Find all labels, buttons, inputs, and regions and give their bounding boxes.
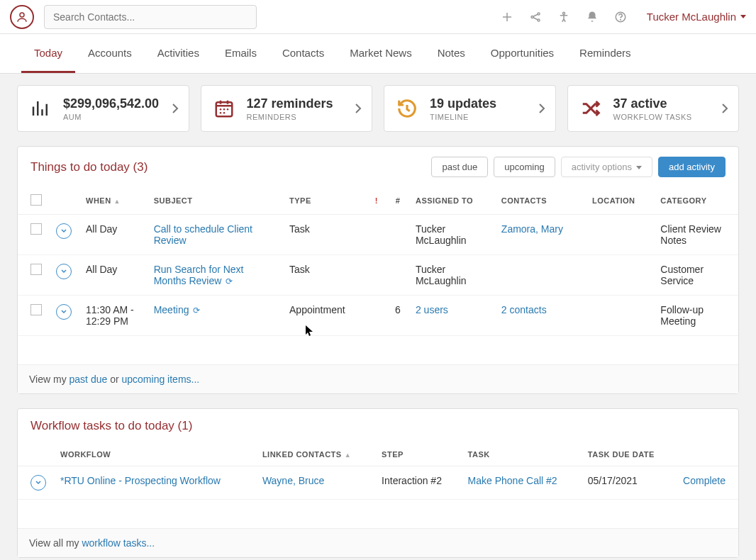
wcol-step[interactable]: STEP [374,443,460,466]
svg-point-3 [538,19,540,21]
workflow-panel: Workflow tasks to do today (1) WORKFLOW … [17,408,739,558]
cell-when: 11:30 AM - 12:29 PM [79,296,147,336]
app-logo-icon[interactable] [10,5,34,29]
workflow-link[interactable]: *RTU Online - Prospecting Workflow [60,475,221,486]
contacts-link[interactable]: 2 contacts [501,304,547,315]
col-count[interactable]: # [387,187,408,215]
tab-emails[interactable]: Emails [212,34,269,73]
table-row: *RTU Online - Prospecting WorkflowWayne,… [18,466,738,500]
col-priority[interactable]: ! [366,187,387,215]
accessibility-icon[interactable] [557,11,570,23]
footer-past-due-link[interactable]: past due [70,374,108,385]
col-assigned[interactable]: ASSIGNED TO [408,187,494,215]
task-link[interactable]: Make Phone Call #2 [468,475,557,486]
complete-link[interactable]: Complete [683,475,726,486]
svg-point-2 [538,13,540,15]
activity-options-button[interactable]: activity options [561,157,652,177]
past-due-button[interactable]: past due [431,157,488,177]
card-reminders-title: 127 reminders [247,96,333,111]
wcol-linked[interactable]: LINKED CONTACTS▲ [255,443,374,466]
upcoming-button[interactable]: upcoming [494,157,555,177]
refresh-icon[interactable]: ⟳ [193,306,200,315]
help-icon[interactable] [614,11,627,23]
footer-or: or [107,374,121,385]
cell-count [387,255,408,296]
cell-type: Task [282,255,366,296]
todo-table: WHEN▲ SUBJECT TYPE ! # ASSIGNED TO CONTA… [18,187,738,336]
row-checkbox[interactable] [30,223,42,235]
cell-contacts: Zamora, Mary [494,215,585,255]
notifications-icon[interactable] [586,11,599,23]
tab-reminders[interactable]: Reminders [567,34,644,73]
refresh-icon[interactable]: ⟳ [226,276,233,286]
col-subject[interactable]: SUBJECT [147,187,282,215]
row-checkbox[interactable] [30,304,42,315]
tab-notes[interactable]: Notes [425,34,478,73]
row-expander[interactable] [56,304,72,320]
wfooter-prefix: View all my [29,537,82,549]
tab-today[interactable]: Today [21,34,75,73]
row-expander[interactable] [30,475,46,491]
caret-down-icon [740,15,746,18]
cell-subject: Meeting⟳ [147,296,282,336]
cell-linked: Wayne, Bruce [255,466,374,500]
card-reminders[interactable]: 127 reminders REMINDERS [201,85,373,132]
linked-contact-link[interactable]: Wayne, Bruce [262,475,324,486]
contacts-link[interactable]: Zamora, Mary [501,223,563,235]
svg-point-1 [531,16,533,18]
table-row: All DayCall to schedule Client ReviewTas… [18,215,738,255]
cell-type: Task [282,215,366,255]
workflow-header: Workflow tasks to do today (1) [18,409,738,443]
user-name: Tucker McLaughlin [647,11,736,23]
card-aum-title: $299,096,542.00 [63,96,159,111]
col-location[interactable]: LOCATION [585,187,653,215]
card-workflow[interactable]: 37 active WORKFLOW TASKS [567,85,740,132]
share-icon[interactable] [529,11,542,23]
cell-location [585,255,653,296]
col-contacts[interactable]: CONTACTS [494,187,585,215]
row-expander[interactable] [56,264,72,279]
user-menu[interactable]: Tucker McLaughlin [647,11,746,23]
card-workflow-title: 37 active [613,96,692,111]
col-category[interactable]: CATEGORY [653,187,738,215]
cell-task: Make Phone Call #2 [461,466,581,500]
todo-header: Things to do today (3) past due upcoming… [18,147,738,187]
cell-count [387,215,408,255]
svg-point-8 [219,108,221,111]
subject-link[interactable]: Meeting [154,304,189,315]
card-aum[interactable]: $299,096,542.00 AUM [17,85,189,132]
wfooter-link[interactable]: workflow tasks... [82,537,155,549]
calendar-icon [211,96,237,121]
add-activity-button[interactable]: add activity [658,157,726,177]
col-type[interactable]: TYPE [282,187,366,215]
workflow-title: Workflow tasks to do today (1) [30,419,192,433]
bar-chart-icon [28,96,53,121]
assigned-link[interactable]: 2 users [416,304,448,315]
card-reminders-sub: REMINDERS [247,113,333,121]
tab-activities[interactable]: Activities [145,34,212,73]
tab-contacts[interactable]: Contacts [269,34,337,73]
wcol-due[interactable]: TASK DUE DATE [581,443,674,466]
cell-subject: Call to schedule Client Review [147,215,282,255]
wcol-task[interactable]: TASK [461,443,581,466]
chevron-right-icon [172,103,179,114]
wcol-workflow[interactable]: WORKFLOW [53,443,255,466]
todo-footer: View my past due or upcoming items... [18,364,738,393]
cell-type: Appointment [282,296,366,336]
add-icon[interactable] [501,11,513,23]
cell-action: Complete [674,466,738,500]
card-timeline[interactable]: 19 updates TIMELINE [384,85,556,132]
cell-assigned: 2 users [408,296,494,336]
row-checkbox[interactable] [30,264,42,275]
select-all-checkbox[interactable] [30,194,42,206]
col-when[interactable]: WHEN▲ [79,187,147,215]
search-input[interactable] [44,5,257,29]
tab-opportunities[interactable]: Opportunities [478,34,567,73]
table-row: 11:30 AM - 12:29 PMMeeting⟳Appointment62… [18,296,738,336]
subject-link[interactable]: Call to schedule Client Review [154,223,252,246]
tab-accounts[interactable]: Accounts [75,34,145,73]
todo-title: Things to do today (3) [30,160,148,174]
footer-upcoming-link[interactable]: upcoming items... [122,374,200,385]
tab-market-news[interactable]: Market News [337,34,425,73]
row-expander[interactable] [56,223,72,239]
